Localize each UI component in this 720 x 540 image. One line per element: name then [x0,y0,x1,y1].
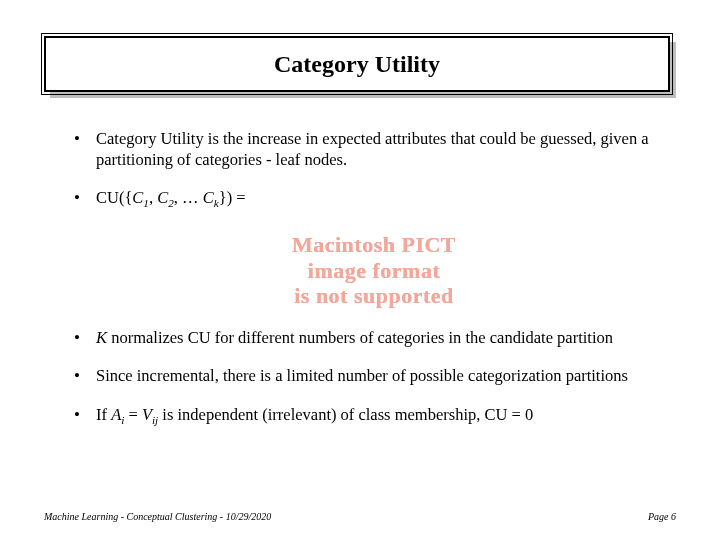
b5-A: A [111,405,121,424]
bullet-2: CU({C1, C2, … Ck}) = [74,187,674,208]
footer: Machine Learning - Conceptual Clustering… [44,511,676,522]
bullet-5: If Ai = Vij is independent (irrelevant) … [74,404,674,425]
cu-ck: C [203,188,214,207]
b5-rest: is independent (irrelevant) of class mem… [158,405,533,424]
b4-text: Since incremental, there is a limited nu… [96,366,628,385]
b5-pre: If [96,405,111,424]
bullet-1: Category Utility is the increase in expe… [74,128,674,170]
pict-line3: is not supported [292,283,456,308]
cu-formula: CU({C1, C2, … Ck}) = [96,188,246,207]
b5-eq: = [124,405,142,424]
cu-c2: C [157,188,168,207]
bullet-3: K normalizes CU for different numbers of… [74,327,674,348]
bullet-list: Category Utility is the increase in expe… [74,128,674,442]
cu-mid: , … [174,188,203,207]
bullet-4: Since incremental, there is a limited nu… [74,365,674,386]
cu-post: }) = [219,188,246,207]
pict-placeholder: Macintosh PICT image format is not suppo… [74,225,674,315]
cu-pre: CU({ [96,188,132,207]
footer-right: Page 6 [648,511,676,522]
pict-warning: Macintosh PICT image format is not suppo… [292,232,456,308]
page-title: Category Utility [274,51,440,78]
footer-left: Machine Learning - Conceptual Clustering… [44,511,271,522]
pict-line1: Macintosh PICT [292,232,456,257]
title-box: Category Utility [44,36,670,92]
cu-c1: C [132,188,143,207]
title-banner: Category Utility [44,36,676,98]
b3-k: K [96,328,107,347]
pict-line2: image format [292,258,456,283]
cu-s1: 1 [143,198,149,210]
b5-V: V [142,405,152,424]
b3-rest: normalizes CU for different numbers of c… [107,328,613,347]
bullet-1-text: Category Utility is the increase in expe… [96,129,649,169]
